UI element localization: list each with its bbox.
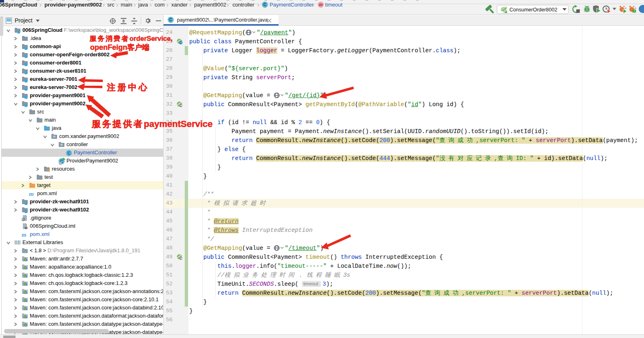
svg-text:C: C [67, 151, 70, 156]
svg-text:m: m [22, 231, 27, 238]
svg-text:m: m [29, 191, 34, 197]
